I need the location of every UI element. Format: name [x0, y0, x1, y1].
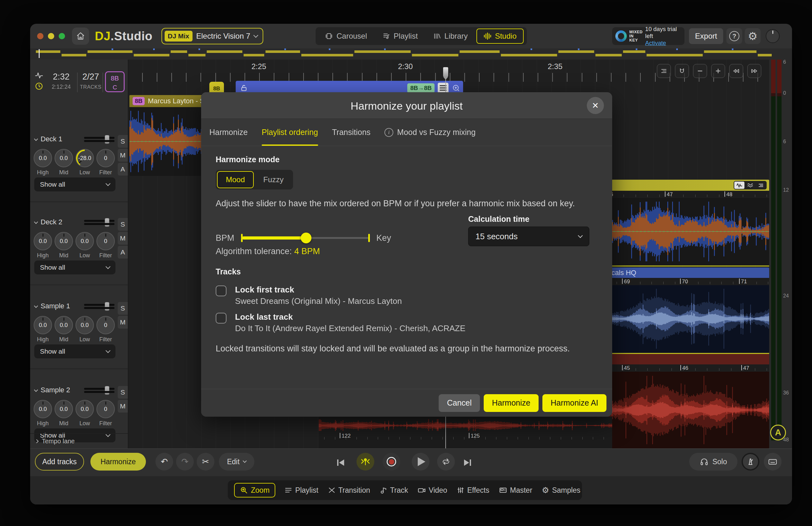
knob-mid[interactable]: 0.0Mid [54, 232, 74, 259]
section-volume-slider[interactable] [84, 387, 115, 395]
activate-link[interactable]: Activate [645, 40, 681, 47]
clock-icon[interactable] [35, 82, 43, 90]
minimize-window-button[interactable] [48, 33, 54, 39]
export-button[interactable]: Export [689, 28, 723, 44]
project-selector[interactable]: DJ Mix Electric Vision 7 [161, 28, 263, 44]
harmonize-confirm-button[interactable]: Harmonize [484, 394, 539, 412]
section-header[interactable]: Deck 2 [34, 218, 62, 226]
calculation-time-select[interactable]: 15 seconds [468, 227, 589, 246]
cut-button[interactable]: ✂ [197, 453, 214, 470]
slider-handle[interactable] [105, 302, 110, 311]
slider-thumb[interactable] [301, 232, 311, 243]
metronome-button[interactable] [742, 453, 759, 470]
smart-snap-button[interactable] [357, 453, 374, 470]
maximize-window-button[interactable] [59, 33, 65, 39]
mode-fuzzy-option[interactable]: Fuzzy [255, 171, 292, 188]
dock-zoom[interactable]: Zoom [234, 483, 275, 497]
dock-video[interactable]: Video [417, 486, 447, 495]
transition-options-button[interactable] [438, 83, 449, 93]
tab-playlist-ordering[interactable]: Playlist ordering [262, 119, 318, 146]
bpm-key-slider[interactable] [242, 229, 369, 247]
knob-low[interactable]: -28.0Low [75, 149, 95, 176]
close-window-button[interactable] [37, 33, 43, 39]
dock-samples[interactable]: ⚙ Samples [542, 485, 580, 495]
redo-button[interactable]: ↷ [176, 453, 194, 470]
toggle-m[interactable]: M [118, 400, 128, 412]
playhead-handle[interactable] [443, 67, 448, 77]
knob-filter[interactable]: 0Filter [96, 316, 115, 343]
home-button[interactable] [72, 28, 89, 45]
knob-mid[interactable]: 0.0Mid [54, 316, 74, 343]
zoom-out-button[interactable] [693, 64, 707, 78]
slider-handle[interactable] [105, 218, 110, 227]
knob-high[interactable]: 0.0High [33, 400, 53, 427]
solo-button[interactable]: Solo [689, 453, 738, 470]
slider-handle[interactable] [105, 135, 110, 144]
section-volume-slider[interactable] [84, 303, 115, 311]
mode-mood-option[interactable]: Mood [217, 171, 254, 188]
clip-bottom-strip[interactable]: 122125 [319, 417, 612, 448]
harmonize-button[interactable]: Harmonize [90, 453, 146, 470]
dock-playlist[interactable]: Playlist [285, 486, 318, 495]
knob-high[interactable]: 0.0High [33, 232, 53, 259]
knob-low[interactable]: 0.0Low [75, 400, 95, 427]
dock-track[interactable]: Track [380, 486, 408, 495]
section-header[interactable]: Deck 1 [34, 135, 62, 143]
toggle-m[interactable]: M [118, 316, 128, 329]
loop-button[interactable] [437, 453, 455, 470]
edit-menu-button[interactable]: Edit [219, 453, 255, 470]
toggle-s[interactable]: S [118, 218, 128, 231]
mix-overview-strip[interactable] [30, 48, 792, 60]
master-volume-knob[interactable] [766, 29, 780, 43]
record-button[interactable] [382, 453, 400, 470]
keyboard-shortcuts-button[interactable] [764, 453, 782, 470]
dock-effects[interactable]: Effects [457, 486, 490, 495]
tab-library[interactable]: Library [426, 29, 474, 44]
knob-high[interactable]: 0.0High [33, 149, 53, 176]
show-all-dropdown[interactable]: Show all [34, 260, 115, 274]
snap-magnet-button[interactable] [675, 64, 689, 78]
knob-low[interactable]: 0.0Low [75, 316, 95, 343]
tab-carousel[interactable]: Carousel [319, 29, 373, 44]
section-header[interactable]: Sample 2 [34, 386, 70, 394]
show-all-dropdown[interactable]: Show all [34, 178, 115, 191]
tab-transitions[interactable]: Transitions [332, 119, 371, 146]
lock-first-track-checkbox[interactable] [216, 285, 227, 296]
knob-filter[interactable]: 0Filter [96, 400, 115, 427]
section-volume-slider[interactable] [84, 136, 115, 144]
toggle-s[interactable]: S [118, 386, 128, 399]
toggle-a[interactable]: A [118, 246, 128, 258]
section-volume-slider[interactable] [84, 219, 115, 227]
play-button[interactable] [412, 453, 430, 470]
view-waves-button[interactable] [745, 182, 755, 189]
harmonize-ai-button[interactable]: Harmonize AI [542, 394, 607, 412]
add-tracks-button[interactable]: Add tracks [35, 453, 84, 470]
dock-master[interactable]: Master [499, 486, 532, 495]
view-lines-button[interactable] [756, 182, 766, 189]
toggle-m[interactable]: M [118, 232, 128, 245]
toggle-a[interactable]: A [118, 163, 128, 176]
skip-to-start-button[interactable] [335, 457, 346, 468]
close-dialog-button[interactable]: ✕ [587, 97, 604, 114]
tab-playlist[interactable]: Playlist [376, 29, 424, 44]
knob-low[interactable]: 0.0Low [75, 232, 95, 259]
zoom-in-button[interactable] [711, 64, 725, 78]
tempo-lane-toggle[interactable]: Tempo lane [30, 433, 128, 448]
fast-forward-button[interactable] [747, 64, 761, 78]
dock-transition[interactable]: Transition [328, 486, 370, 495]
undo-button[interactable]: ↶ [156, 453, 173, 470]
view-waveform-button[interactable] [734, 182, 744, 189]
section-header[interactable]: Sample 1 [34, 302, 70, 310]
knob-filter[interactable]: 0Filter [96, 232, 115, 259]
slider-handle[interactable] [105, 386, 110, 395]
cancel-button[interactable]: Cancel [439, 394, 480, 412]
skip-to-end-button[interactable] [462, 457, 473, 468]
tab-studio[interactable]: Studio [476, 29, 523, 44]
autogain-badge[interactable]: A [770, 425, 786, 440]
rewind-button[interactable] [729, 64, 743, 78]
lock-last-track-checkbox[interactable] [216, 313, 227, 324]
help-button[interactable]: ? [726, 28, 742, 44]
knob-high[interactable]: 0.0High [33, 316, 53, 343]
toggle-s[interactable]: S [118, 302, 128, 315]
knob-mid[interactable]: 0.0Mid [54, 149, 74, 176]
